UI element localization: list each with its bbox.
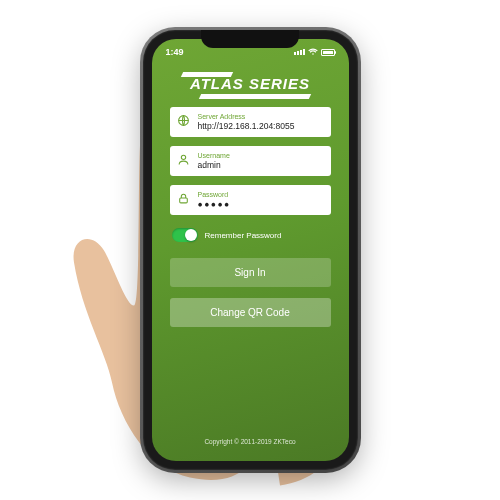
remember-password-label: Remember Password: [205, 231, 282, 240]
remember-password-toggle[interactable]: [172, 228, 198, 242]
svg-point-1: [181, 155, 185, 159]
wifi-icon: [308, 48, 318, 56]
brand-logo: ATLAS SERIES: [180, 75, 320, 93]
server-value: http://192.168.1.204:8055: [198, 121, 323, 131]
phone-frame: 1:49 ATLAS SERIES Server Address ht: [143, 30, 358, 470]
password-label: Password: [198, 191, 323, 199]
app-screen: 1:49 ATLAS SERIES Server Address ht: [152, 39, 349, 461]
device-notch: [201, 30, 299, 48]
username-label: Username: [198, 152, 323, 160]
status-time: 1:49: [166, 47, 184, 57]
globe-icon: [177, 113, 190, 131]
copyright-text: Copyright © 2011-2019 ZKTeco: [170, 438, 331, 451]
lock-icon: [177, 191, 190, 209]
cellular-icon: [294, 49, 305, 55]
password-value: ●●●●●: [198, 199, 323, 209]
server-label: Server Address: [198, 113, 323, 121]
sign-in-button[interactable]: Sign In: [170, 258, 331, 287]
battery-icon: [321, 49, 335, 56]
brand-name: ATLAS SERIES: [190, 75, 310, 92]
username-field[interactable]: Username admin: [170, 146, 331, 176]
user-icon: [177, 152, 190, 170]
username-value: admin: [198, 160, 323, 170]
svg-rect-2: [179, 198, 187, 203]
password-field[interactable]: Password ●●●●●: [170, 185, 331, 215]
server-address-field[interactable]: Server Address http://192.168.1.204:8055: [170, 107, 331, 137]
change-qr-button[interactable]: Change QR Code: [170, 298, 331, 327]
